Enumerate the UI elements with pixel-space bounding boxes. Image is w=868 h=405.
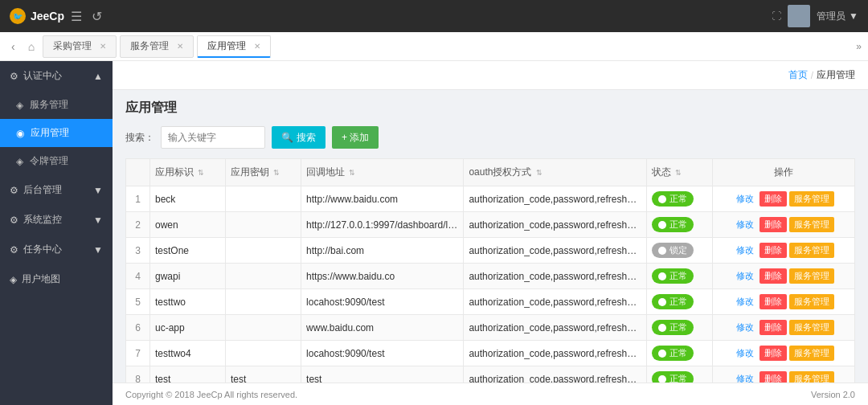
sort-appid-icon: ⇅: [198, 169, 204, 177]
tab-more-icon[interactable]: »: [856, 41, 862, 52]
sidebar-item-service-management[interactable]: ◈ 服务管理: [0, 91, 113, 119]
edit-button[interactable]: 修改: [733, 346, 757, 361]
delete-button[interactable]: 删除: [760, 243, 787, 258]
toolbar: 搜索： 🔍 搜索 + 添加: [125, 126, 855, 149]
sidebar-group-auth-label: 认证中心: [23, 69, 62, 83]
edit-button[interactable]: 修改: [733, 320, 757, 335]
col-appsecret[interactable]: 应用密钥 ⇅: [226, 159, 301, 186]
delete-button[interactable]: 删除: [760, 320, 787, 335]
col-status[interactable]: 状态 ⇅: [647, 159, 713, 186]
edit-button[interactable]: 修改: [733, 243, 757, 258]
status-badge: 锁定: [652, 243, 694, 258]
service-button[interactable]: 服务管理: [789, 268, 834, 284]
tab-caigou[interactable]: 采购管理 ✕: [43, 35, 117, 58]
edit-button[interactable]: 修改: [733, 217, 757, 232]
sidebar-group-backend-header[interactable]: ⚙ 后台管理 ▼: [0, 175, 113, 205]
breadcrumb-current: 应用管理: [817, 68, 855, 82]
cell-oauth: authorization_code,password,refresh_to..…: [464, 264, 647, 289]
cell-oauth: authorization_code,password,refresh_to..…: [464, 238, 647, 264]
col-appid[interactable]: 应用标识 ⇅: [150, 159, 226, 186]
cell-appsecret: [226, 186, 301, 212]
tab-yingyongguanli[interactable]: 应用管理 ✕: [197, 35, 271, 58]
breadcrumb-bar: 首页 / 应用管理: [113, 61, 868, 90]
gear-icon-2: ⚙: [10, 185, 18, 196]
sidebar-item-app-label: 应用管理: [31, 126, 69, 140]
app-icon: ◉: [16, 128, 24, 139]
sidebar-item-token-management[interactable]: ◈ 令牌管理: [0, 147, 113, 175]
sidebar-group-auth-header[interactable]: ⚙ 认证中心 ▲: [0, 61, 113, 91]
delete-button[interactable]: 删除: [760, 217, 787, 232]
menu-icon[interactable]: ☰: [71, 9, 82, 24]
tab-caigou-close[interactable]: ✕: [100, 42, 106, 51]
tab-yingyongguanli-label: 应用管理: [207, 39, 246, 53]
breadcrumb-sep: /: [811, 70, 813, 81]
sidebar-group-backend-label: 后台管理: [23, 183, 62, 197]
table-row: 7 testtwo4 locahost:9090/test authorizat…: [126, 341, 855, 366]
edit-button[interactable]: 修改: [733, 191, 757, 207]
cell-appid: testtwo: [150, 289, 226, 315]
tab-nav-home[interactable]: ⌂: [23, 40, 39, 53]
refresh-icon[interactable]: ↺: [92, 9, 102, 24]
delete-button[interactable]: 删除: [760, 346, 787, 361]
top-bar: 🐦 JeeCp ☰ ↺ ⛶ 管理员 ▼: [0, 0, 868, 32]
sidebar-item-app-management[interactable]: ◉ 应用管理: [0, 119, 113, 147]
service-button[interactable]: 服务管理: [789, 243, 834, 258]
sidebar-group-monitor-header[interactable]: ⚙ 系统监控 ▼: [0, 205, 113, 235]
sidebar-group-task-label: 任务中心: [23, 243, 62, 256]
service-button[interactable]: 服务管理: [789, 371, 834, 382]
edit-button[interactable]: 修改: [733, 294, 757, 309]
cell-action: 修改 删除 服务管理: [713, 341, 855, 366]
delete-button[interactable]: 删除: [760, 294, 787, 309]
service-button[interactable]: 服务管理: [789, 346, 834, 361]
table-row: 6 uc-app www.baidu.com authorization_cod…: [126, 315, 855, 341]
service-button[interactable]: 服务管理: [789, 217, 834, 232]
add-btn-label: + 添加: [342, 131, 369, 145]
sidebar-group-usermap: ◈ 用户地图: [0, 264, 113, 294]
breadcrumb: 首页 / 应用管理: [788, 68, 855, 82]
sort-secret-icon: ⇅: [273, 169, 280, 177]
tab-bar: ‹ ⌂ 采购管理 ✕ 服务管理 ✕ 应用管理 ✕ »: [0, 32, 868, 61]
breadcrumb-home[interactable]: 首页: [788, 68, 808, 82]
cell-oauth: authorization_code,password,refresh_to..…: [464, 289, 647, 315]
cell-oauth: authorization_code,password,refresh_to..…: [464, 315, 647, 341]
cell-redirect: locahost:9090/test: [301, 341, 464, 366]
sidebar-group-usermap-header[interactable]: ◈ 用户地图: [0, 264, 113, 294]
service-icon: ◈: [16, 100, 23, 111]
cell-action: 修改 删除 服务管理: [713, 315, 855, 341]
status-badge: 正常: [652, 191, 694, 207]
chevron-up-icon: ▲: [93, 71, 103, 82]
col-oauth[interactable]: oauth授权方式 ⇅: [464, 159, 647, 186]
service-button[interactable]: 服务管理: [789, 191, 834, 207]
delete-button[interactable]: 删除: [760, 268, 787, 284]
expand-icon[interactable]: ⛶: [772, 10, 781, 22]
sidebar-group-monitor-label: 系统监控: [23, 213, 62, 227]
sidebar-group-task-header[interactable]: ⚙ 任务中心 ▼: [0, 235, 113, 264]
cell-index: 2: [126, 212, 150, 238]
tab-yingyongguanli-close[interactable]: ✕: [254, 42, 260, 51]
tab-fuwuguanli-close[interactable]: ✕: [177, 42, 183, 51]
tab-nav-left[interactable]: ‹: [6, 40, 20, 53]
service-button[interactable]: 服务管理: [789, 294, 834, 309]
cell-index: 4: [126, 264, 150, 289]
cell-status: 正常: [647, 315, 713, 341]
service-button[interactable]: 服务管理: [789, 320, 834, 335]
cell-appid: uc-app: [150, 315, 226, 341]
cell-action: 修改 删除 服务管理: [713, 366, 855, 383]
sidebar-group-backend: ⚙ 后台管理 ▼: [0, 175, 113, 205]
add-button[interactable]: + 添加: [332, 126, 379, 149]
cell-appsecret: [226, 264, 301, 289]
admin-button[interactable]: 管理员 ▼: [817, 10, 858, 23]
cell-redirect: http://bai.com: [301, 238, 464, 264]
edit-button[interactable]: 修改: [733, 371, 757, 382]
tab-caigou-label: 采购管理: [53, 39, 92, 53]
tab-fuwuguanli[interactable]: 服务管理 ✕: [120, 35, 194, 58]
cell-index: 6: [126, 315, 150, 341]
search-button[interactable]: 🔍 搜索: [272, 126, 326, 149]
delete-button[interactable]: 删除: [760, 371, 787, 382]
col-redirect[interactable]: 回调地址 ⇅: [301, 159, 464, 186]
search-input[interactable]: [161, 126, 265, 149]
delete-button[interactable]: 删除: [760, 191, 787, 207]
cell-redirect: locahost:9090/test: [301, 289, 464, 315]
cell-appid: gwapi: [150, 264, 226, 289]
edit-button[interactable]: 修改: [733, 268, 757, 284]
